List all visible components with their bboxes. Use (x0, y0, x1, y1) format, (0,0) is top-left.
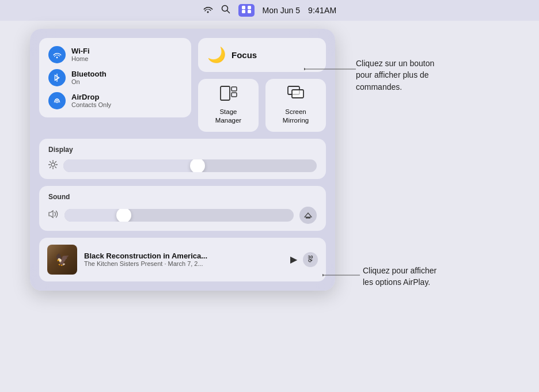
wifi-menubar-icon[interactable] (203, 5, 213, 16)
annotation-line-2 (322, 269, 369, 287)
display-section: Display (39, 139, 326, 179)
brightness-icon (48, 160, 58, 171)
volume-slider[interactable] (64, 209, 294, 222)
svg-line-20 (55, 167, 56, 168)
volume-thumb (116, 209, 131, 222)
skip-forward-button[interactable]: 30 ⟳ (303, 252, 318, 267)
wifi-label: Wi-Fi (71, 47, 90, 56)
search-menubar-icon[interactable] (221, 5, 230, 16)
svg-line-21 (55, 162, 56, 163)
svg-line-22 (50, 167, 51, 168)
svg-rect-10 (231, 87, 237, 91)
svg-marker-23 (305, 213, 312, 217)
airdrop-sub: Contacts Only (71, 101, 111, 109)
sound-label: Sound (48, 193, 317, 201)
svg-line-1 (227, 11, 229, 13)
button-annotation: Cliquez sur un boutonpour afficher plus … (356, 58, 434, 93)
display-label: Display (48, 146, 317, 154)
svg-point-28 (322, 274, 324, 276)
brightness-fill (63, 159, 203, 172)
focus-label: Focus (231, 50, 257, 60)
nowplaying-controls: ▶ 30 ⟳ (290, 252, 318, 267)
menubar: Mon Jun 5 9:41AM (0, 0, 539, 21)
svg-rect-3 (248, 6, 251, 9)
airdrop-icon (48, 92, 66, 109)
airdrop-label: AirDrop (71, 93, 111, 102)
menubar-icons: Mon Jun 5 9:41AM (203, 4, 337, 17)
cc-top-area: Wi-Fi Home Bluetooth O (39, 38, 326, 132)
bluetooth-label: Bluetooth (71, 70, 107, 79)
control-center-panel: Wi-Fi Home Bluetooth O (30, 29, 335, 291)
svg-line-19 (50, 162, 51, 163)
airdrop-item[interactable]: AirDrop Contacts Only (48, 92, 182, 109)
airplay-annotation: Cliquez pour afficherles options AirPlay… (363, 265, 436, 288)
stage-mirror-row: StageManager ScreenMirroring (198, 79, 326, 132)
wifi-item[interactable]: Wi-Fi Home (48, 46, 182, 63)
airplay-button[interactable] (299, 207, 317, 224)
svg-rect-11 (231, 93, 237, 97)
nowplaying-artist: The Kitchen Sisters Present · March 7, 2… (84, 260, 283, 267)
stage-manager-icon (220, 86, 237, 104)
sound-slider-row (48, 207, 317, 224)
brightness-slider[interactable] (63, 159, 317, 172)
screen-mirroring-label: ScreenMirroring (283, 108, 309, 125)
screen-mirroring-icon (287, 86, 305, 104)
svg-rect-4 (242, 10, 245, 13)
bluetooth-sub: On (71, 78, 107, 86)
menubar-time: 9:41AM (308, 6, 336, 15)
svg-point-8 (56, 100, 58, 101)
nowplaying-tile: 🦅 Black Reconstruction in America... The… (39, 238, 326, 281)
stage-manager-tile[interactable]: StageManager (198, 79, 259, 132)
brightness-thumb (190, 159, 205, 172)
nowplaying-title: Black Reconstruction in America... (84, 252, 283, 260)
svg-rect-13 (292, 90, 303, 98)
album-art: 🦅 (47, 245, 77, 275)
sound-section: Sound (39, 186, 326, 231)
svg-point-26 (304, 68, 305, 70)
svg-rect-9 (221, 86, 230, 100)
annotation-line-1 (304, 52, 373, 86)
svg-rect-5 (248, 10, 251, 13)
airplay-annotation-text: Cliquez pour afficherles options AirPlay… (363, 265, 436, 288)
album-art-graphic: 🦅 (55, 253, 70, 267)
menubar-date: Mon Jun 5 (263, 6, 300, 15)
wifi-sub: Home (71, 55, 90, 63)
svg-rect-2 (242, 6, 245, 9)
control-center-menubar-icon[interactable] (238, 4, 255, 17)
nowplaying-text: Black Reconstruction in America... The K… (84, 252, 283, 267)
bluetooth-item[interactable]: Bluetooth On (48, 69, 182, 86)
volume-icon (48, 210, 59, 220)
play-button[interactable]: ▶ (290, 254, 297, 265)
network-tile: Wi-Fi Home Bluetooth O (39, 38, 191, 117)
svg-rect-24 (306, 217, 310, 219)
screen-mirroring-tile[interactable]: ScreenMirroring (265, 79, 326, 132)
bluetooth-icon (48, 69, 66, 86)
display-slider-row (48, 159, 317, 172)
focus-icon: 🌙 (207, 46, 226, 64)
svg-point-14 (51, 163, 55, 166)
stage-manager-label: StageManager (215, 108, 241, 125)
wifi-icon (48, 46, 66, 63)
network-section: Wi-Fi Home Bluetooth O (39, 38, 191, 132)
